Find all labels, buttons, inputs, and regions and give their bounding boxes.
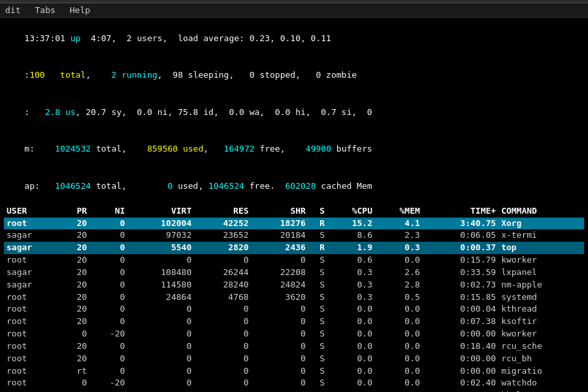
- col-ni: NI: [90, 205, 127, 218]
- table-row: root2001020044225218276R15.24.13:40.75Xo…: [4, 218, 584, 230]
- table-row: root200000S0.00.00:00.00khelper: [4, 389, 584, 392]
- table-row: root0-20000S0.00.00:02.40watchdo: [4, 377, 584, 389]
- menu-edit[interactable]: dit: [3, 5, 23, 16]
- process-table: USER PR NI VIRT RES SHR S %CPU %MEM TIME…: [4, 205, 584, 392]
- col-shr: SHR: [252, 205, 308, 218]
- col-res: RES: [194, 205, 251, 218]
- col-time: TIME+: [423, 205, 498, 218]
- table-row: sagar2001084802624422208S0.32.60:33.59lx…: [4, 267, 584, 279]
- table-row: root2002486447683620S0.30.50:15.85system…: [4, 291, 584, 304]
- menu-bar: dit Tabs Help: [0, 3, 588, 18]
- table-row: root200000S0.00.00:18.40rcu_sche: [4, 340, 584, 353]
- col-user: USER: [4, 205, 61, 218]
- stat-line4: m: 1024532 total, 859560 used, 164972 fr…: [4, 131, 584, 169]
- col-cmd: COMMAND: [498, 205, 584, 218]
- table-row: root200000S0.60.00:15.79kworker: [4, 254, 584, 267]
- table-row: sagar200970322365220184S8.62.30:06.05x-t…: [4, 229, 584, 242]
- table-header-row: USER PR NI VIRT RES SHR S %CPU %MEM TIME…: [4, 205, 584, 218]
- table-row: sagar2001145802824024824S0.32.80:02.73nm…: [4, 279, 584, 291]
- stat-line2: :100 total, 2 running, 98 sleeping, 0 st…: [4, 57, 584, 95]
- table-row: root200000S0.00.00:00.00rcu_bh: [4, 353, 584, 365]
- table-row: rootrt0000S0.00.00:00.00migratio: [4, 365, 584, 378]
- col-cpu: %CPU: [327, 205, 375, 218]
- terminal: 13:37:01 up 4:07, 2 users, load average:…: [0, 18, 588, 392]
- table-row: sagar200554028202436R1.90.30:00.37top: [4, 242, 584, 254]
- menu-help[interactable]: Help: [67, 5, 93, 16]
- col-virt: VIRT: [127, 205, 194, 218]
- col-pr: PR: [61, 205, 90, 218]
- menu-tabs[interactable]: Tabs: [32, 5, 57, 16]
- stat-line5: ap: 1046524 total, 0 used, 1046524 free.…: [4, 168, 584, 205]
- table-row: root200000S0.00.00:00.04kthread: [4, 303, 584, 316]
- table-row: root200000S0.00.00:07.38ksoftir: [4, 316, 584, 328]
- col-s: S: [308, 205, 327, 218]
- table-row: root0-20000S0.00.00:00.00kworker: [4, 328, 584, 340]
- stat-line3: : 2.8 us, 20.7 sy, 0.0 ni, 75.8 id, 0.0 …: [4, 94, 584, 131]
- stat-line1: 13:37:01 up 4:07, 2 users, load average:…: [4, 20, 584, 57]
- col-mem: %MEM: [375, 205, 423, 218]
